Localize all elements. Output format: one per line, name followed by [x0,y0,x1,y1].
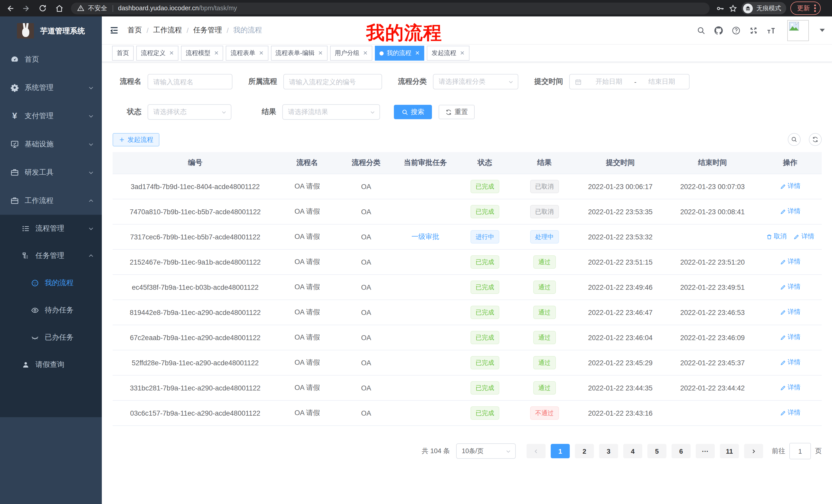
browser-home-button[interactable] [52,2,66,15]
page-button-4[interactable]: 4 [623,444,642,458]
sidebar-item-label: 基础设施 [25,139,53,149]
detail-link[interactable]: 详情 [780,358,800,367]
page-button-11[interactable]: 11 [720,444,739,458]
page-button-2[interactable]: 2 [575,444,594,458]
tree-list-icon [22,224,30,232]
address-bar[interactable]: 不安全 dashboard.yudao.iocoder.cn/bpm/task/… [71,2,710,14]
breadcrumb-item[interactable]: 任务管理 [193,26,222,35]
password-key-icon[interactable] [716,4,725,12]
browser-menu-dots-icon[interactable] [814,4,816,12]
result-badge: 已取消 [530,180,559,193]
detail-link[interactable]: 详情 [780,258,800,267]
browser-forward-button[interactable] [20,2,33,15]
sidebar-item-my-process[interactable]: 我的流程 [0,269,102,297]
detail-link[interactable]: 详情 [780,182,800,191]
tab-user-group[interactable]: 用户分组✕ [330,46,372,61]
tab-my-process[interactable]: 我的流程✕ [375,46,424,61]
person-icon [22,360,30,369]
detail-link[interactable]: 详情 [780,283,800,291]
detail-link[interactable]: 详情 [780,384,800,392]
result-badge: 不通过 [530,407,559,420]
status-select[interactable]: 请选择状态 [148,104,231,120]
bookmark-star-icon[interactable] [729,4,737,12]
page-size-select[interactable]: 10条/页 [456,443,516,459]
sidebar-item-system[interactable]: 系统管理 [0,74,102,102]
app-logo-image [17,23,34,38]
detail-label: 详情 [787,283,800,291]
breadcrumb-item[interactable]: 工作流程 [153,26,182,35]
breadcrumb-item[interactable]: 首页 [128,26,142,35]
browser-reload-button[interactable] [36,2,49,15]
fullscreen-icon[interactable] [749,26,758,35]
page-button-1[interactable]: 1 [551,444,570,458]
result-select[interactable]: 请选择流结果 [282,104,380,120]
tab-process-definition[interactable]: 流程定义✕ [136,46,178,61]
tab-close-icon[interactable]: ✕ [460,50,465,57]
detail-link[interactable]: 详情 [780,333,800,342]
hide-search-button[interactable] [788,133,801,146]
goto-page-input[interactable] [789,443,811,459]
font-size-icon[interactable] [767,26,775,35]
process-name-input[interactable] [148,74,232,89]
cancel-link[interactable]: 取消 [766,232,786,241]
sidebar-item-devtools[interactable]: 研发工具 [0,158,102,187]
avatar[interactable] [787,20,809,41]
sidebar-item-done-tasks[interactable]: 已办任务 [0,324,102,351]
cell-end-time: 2022-01-22 23:44:42 [667,375,759,400]
tab-close-icon[interactable]: ✕ [169,50,174,57]
reset-button[interactable]: 重置 [439,105,475,119]
next-page-button[interactable] [744,444,763,458]
sidebar-item-task-management[interactable]: 任务管理 [0,242,102,269]
tab-process-form[interactable]: 流程表单✕ [226,46,268,61]
hamburger-menu-icon[interactable] [109,25,119,35]
sidebar-item-payment[interactable]: ¥ 支付管理 [0,102,102,130]
tab-close-icon[interactable]: ✕ [259,50,263,57]
sidebar-item-todo-tasks[interactable]: 待办任务 [0,297,102,324]
prev-page-button[interactable] [526,444,546,458]
tab-close-icon[interactable]: ✕ [363,50,368,57]
help-icon[interactable] [732,26,740,35]
update-label: 更新 [797,4,810,12]
sidebar-item-workflow[interactable]: 工作流程 [0,187,102,215]
refresh-table-button[interactable] [809,133,822,146]
detail-link[interactable]: 详情 [780,308,800,317]
submit-time-range-picker[interactable]: 开始日期 - 结束日期 [569,74,690,89]
page-more-button[interactable]: ··· [696,444,715,458]
sidebar-item-leave-query[interactable]: 请假查询 [0,351,102,378]
current-task-link[interactable]: 一级审批 [411,232,439,242]
tab-close-icon[interactable]: ✕ [318,50,323,57]
tab-start-process[interactable]: 发起流程✕ [427,46,469,61]
sidebar-item-home[interactable]: 首页 [0,45,102,74]
detail-link[interactable]: 详情 [794,232,814,241]
avatar-caret-icon[interactable] [820,29,825,32]
chevron-up-icon [88,253,94,259]
tab-process-model[interactable]: 流程模型✕ [181,46,223,61]
edit-pen-icon [780,284,786,290]
sidebar-item-process-management[interactable]: 流程管理 [0,215,102,242]
browser-back-button[interactable] [3,2,17,15]
page-button-6[interactable]: 6 [672,444,691,458]
tab-process-form-edit[interactable]: 流程表单-编辑✕ [271,46,327,61]
sidebar-item-infrastructure[interactable]: 基础设施 [0,130,102,158]
start-process-button[interactable]: 发起流程 [113,133,159,146]
table-row: 52ffd28e-7b9a-11ec-a290-acde48001122 OA … [113,350,822,375]
detail-link[interactable]: 详情 [780,207,800,216]
page-button-3[interactable]: 3 [599,444,618,458]
tab-close-icon[interactable]: ✕ [415,50,420,57]
table-row: 331bc281-7b9a-11ec-a290-acde48001122 OA … [113,375,822,400]
browser-update-button[interactable]: 更新 [790,2,821,15]
app-logo-row[interactable]: 芋道管理系统 [0,17,102,45]
process-category-select[interactable]: 请选择流程分类 [433,74,518,89]
search-button[interactable]: 搜索 [394,105,432,119]
tab-home[interactable]: 首页 [112,46,134,61]
result-badge: 通过 [533,331,556,344]
detail-label: 详情 [787,409,800,417]
cell-task [395,325,455,350]
page-button-5[interactable]: 5 [647,444,667,458]
detail-link[interactable]: 详情 [780,409,800,417]
cell-category: OA [337,400,396,426]
process-definition-input[interactable] [283,74,382,89]
tab-close-icon[interactable]: ✕ [214,50,218,57]
search-icon[interactable] [697,26,705,35]
github-icon[interactable] [714,26,723,35]
